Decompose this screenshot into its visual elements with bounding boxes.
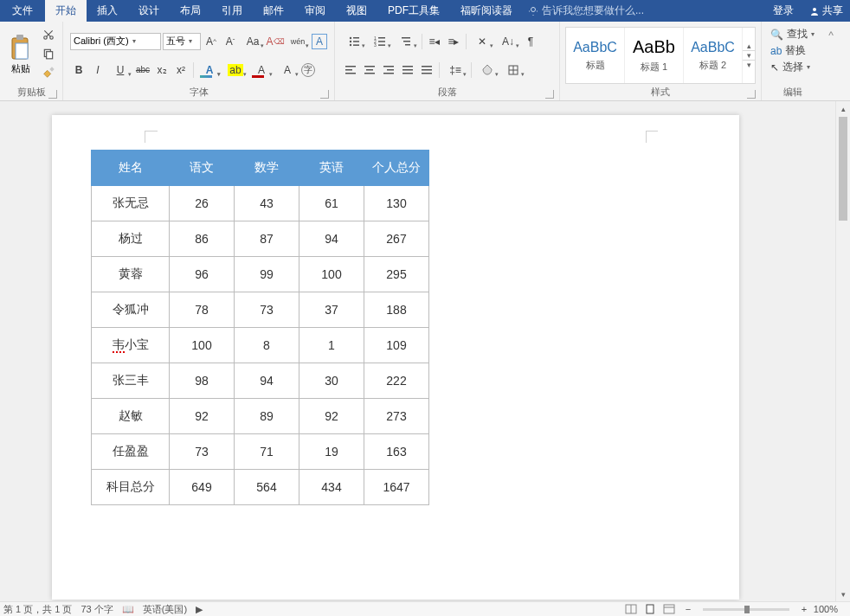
- tab-mailings[interactable]: 邮件: [253, 0, 294, 22]
- change-case-button[interactable]: Aa: [241, 33, 265, 50]
- grow-font-button[interactable]: A^: [203, 33, 220, 50]
- numbering-button[interactable]: 123: [368, 33, 392, 50]
- tell-me-placeholder: 告诉我您想要做什么...: [542, 3, 644, 18]
- svg-rect-25: [345, 69, 352, 71]
- web-layout-button[interactable]: [660, 603, 679, 615]
- indent-decrease-button[interactable]: ≡◂: [426, 33, 443, 50]
- tab-pdf[interactable]: PDF工具集: [377, 0, 450, 22]
- scroll-down-button[interactable]: ▾: [836, 587, 850, 601]
- tab-references[interactable]: 引用: [211, 0, 253, 22]
- format-painter-button[interactable]: [40, 64, 57, 81]
- tell-me-search[interactable]: 告诉我您想要做什么...: [523, 0, 649, 22]
- collapse-ribbon-button[interactable]: ^: [822, 27, 840, 44]
- language-button[interactable]: 英语(美国): [143, 603, 187, 616]
- svg-text:3: 3: [374, 42, 377, 48]
- tab-review[interactable]: 审阅: [294, 0, 336, 22]
- align-right-button[interactable]: [380, 61, 397, 79]
- font-size-combo[interactable]: 五号: [163, 33, 201, 50]
- zoom-out-button[interactable]: −: [679, 603, 698, 615]
- shading-button[interactable]: [475, 61, 499, 79]
- text-effects-button[interactable]: A: [197, 61, 222, 79]
- shrink-font-button[interactable]: Aˇ: [222, 33, 239, 50]
- font-color-button[interactable]: A: [249, 61, 274, 79]
- cut-button[interactable]: [40, 26, 57, 43]
- page-indicator[interactable]: 第 1 页，共 1 页: [3, 603, 72, 616]
- tab-layout[interactable]: 布局: [170, 0, 211, 22]
- sort-button[interactable]: A↓: [496, 33, 520, 50]
- align-justify-button[interactable]: [399, 61, 416, 79]
- tab-design[interactable]: 设计: [128, 0, 170, 22]
- record-icon: ▶: [196, 604, 203, 615]
- subscript-button[interactable]: x₂: [153, 61, 171, 79]
- svg-rect-30: [383, 66, 394, 67]
- tab-foxit[interactable]: 福昕阅读器: [450, 0, 523, 22]
- svg-rect-8: [47, 52, 53, 59]
- char-shading-button[interactable]: A: [275, 61, 299, 79]
- zoom-in-button[interactable]: +: [795, 603, 814, 615]
- tab-view[interactable]: 视图: [336, 0, 377, 22]
- superscript-button[interactable]: x²: [172, 61, 190, 79]
- style-title[interactable]: AaBbC标题: [566, 28, 625, 83]
- bold-button[interactable]: B: [70, 61, 87, 79]
- paragraph-launcher-icon[interactable]: [545, 90, 554, 99]
- font-launcher-icon[interactable]: [320, 90, 329, 99]
- align-distribute-button[interactable]: [418, 61, 435, 79]
- bullets-button[interactable]: [342, 33, 366, 50]
- document-page[interactable]: 姓名 语文 数学 英语 个人总分 张无忌264361130杨过868794267…: [52, 115, 739, 600]
- zoom-slider[interactable]: [703, 608, 789, 611]
- line-spacing-button[interactable]: ‡≡: [443, 61, 467, 79]
- asian-layout-button[interactable]: ✕: [470, 33, 494, 50]
- font-name-combo[interactable]: Calibri (西文): [70, 33, 161, 50]
- underline-button[interactable]: U: [108, 61, 132, 79]
- gallery-up-button[interactable]: ▴: [743, 42, 755, 50]
- read-mode-button[interactable]: [621, 603, 641, 615]
- indent-increase-button[interactable]: ≡▸: [445, 33, 462, 50]
- table-row: 任盈盈737119163: [92, 434, 429, 470]
- login-button[interactable]: 登录: [764, 0, 802, 22]
- print-layout-button[interactable]: [641, 603, 660, 615]
- scroll-thumb[interactable]: [839, 117, 847, 221]
- phonetic-guide-button[interactable]: wén: [286, 33, 310, 50]
- table-row: 令狐冲787337188: [92, 292, 429, 328]
- align-left-button[interactable]: [342, 61, 359, 79]
- show-marks-button[interactable]: ¶: [522, 33, 539, 50]
- macro-button[interactable]: ▶: [196, 604, 203, 615]
- svg-rect-23: [405, 44, 410, 46]
- multilevel-button[interactable]: [394, 33, 418, 50]
- svg-rect-10: [353, 37, 359, 39]
- style-heading2[interactable]: AaBbC标题 2: [684, 28, 743, 83]
- scroll-up-button[interactable]: ▴: [836, 101, 850, 116]
- style-heading1[interactable]: AaBb标题 1: [625, 28, 684, 83]
- gallery-more-button[interactable]: ▾: [743, 60, 755, 69]
- align-center-button[interactable]: [361, 61, 378, 79]
- word-count[interactable]: 73 个字: [80, 603, 113, 616]
- zoom-level[interactable]: 100%: [814, 604, 838, 614]
- borders-button[interactable]: [501, 61, 525, 79]
- paste-button[interactable]: 粘贴: [3, 23, 38, 84]
- enclose-char-button[interactable]: 字: [301, 63, 315, 77]
- italic-button[interactable]: I: [89, 61, 106, 79]
- highlight-button[interactable]: ab: [223, 61, 248, 79]
- tab-home[interactable]: 开始: [45, 0, 87, 22]
- clear-formatting-button[interactable]: A⌫: [267, 33, 284, 50]
- score-table[interactable]: 姓名 语文 数学 英语 个人总分 张无忌264361130杨过868794267…: [91, 150, 429, 505]
- share-button[interactable]: 共享: [802, 0, 850, 22]
- tab-file[interactable]: 文件: [0, 0, 45, 22]
- group-paragraph: 123 ≡◂ ≡▸ ✕ A↓ ¶ ‡≡: [335, 22, 560, 100]
- gallery-down-button[interactable]: ▾: [743, 50, 755, 60]
- find-button[interactable]: 🔍查找▾: [770, 27, 815, 42]
- svg-point-1: [813, 8, 816, 11]
- styles-launcher-icon[interactable]: [747, 90, 756, 99]
- replace-button[interactable]: ab替换: [770, 43, 815, 58]
- table-row: 黄蓉9699100295: [92, 257, 429, 292]
- vertical-scrollbar[interactable]: ▴ ▾: [835, 101, 850, 601]
- select-button[interactable]: ↖选择▾: [770, 60, 815, 74]
- svg-rect-3: [16, 35, 23, 40]
- svg-rect-20: [378, 44, 385, 46]
- char-border-button[interactable]: A: [312, 34, 327, 49]
- copy-button[interactable]: [40, 45, 57, 62]
- tab-insert[interactable]: 插入: [87, 0, 128, 22]
- strike-button[interactable]: abc: [134, 61, 151, 79]
- spellcheck-button[interactable]: 📖: [122, 604, 134, 615]
- clipboard-launcher-icon[interactable]: [48, 90, 57, 99]
